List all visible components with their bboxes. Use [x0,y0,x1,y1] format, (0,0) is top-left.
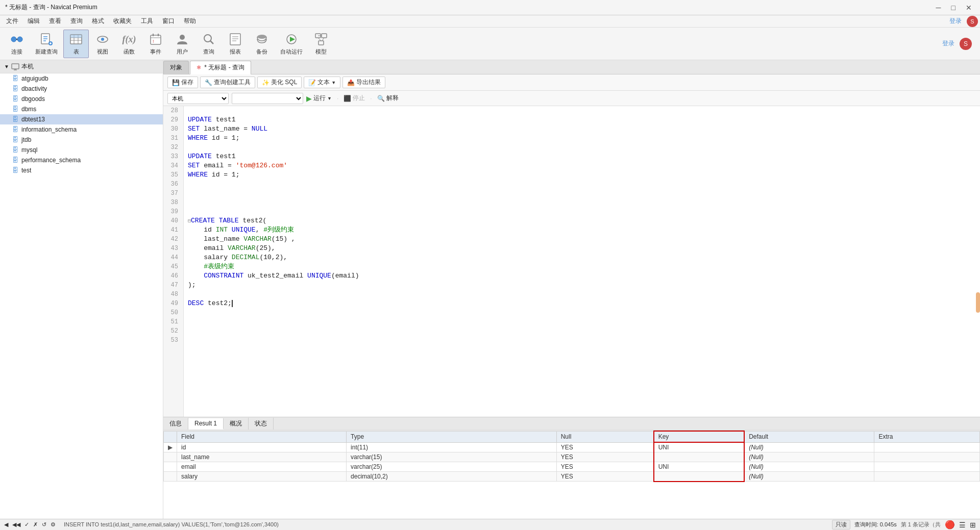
query-create-tool-button[interactable]: 🔧 查询创建工具 [200,77,255,88]
toolbar-view[interactable]: 视图 [90,30,115,58]
result-nav-settings[interactable]: ⚙ [51,521,56,528]
menu-format[interactable]: 格式 [88,16,108,27]
export-icon: 📤 [347,79,355,86]
menu-window[interactable]: 窗口 [158,16,179,27]
database-select[interactable] [232,93,303,104]
db-name: information_schema [21,126,77,133]
editor[interactable]: 28 29 30 31 32 33 34 35 36 37 38 39 40 4… [163,106,980,417]
db-name: dbgoods [21,95,45,103]
db-dbgoods[interactable]: 🗄 dbgoods [0,94,163,104]
backup-icon [254,32,270,47]
stop-button[interactable]: ⬛ 停止 [344,94,365,103]
toolbar-table[interactable]: 表 [63,30,89,58]
result-nav-refresh[interactable]: ↺ [42,521,46,528]
svg-point-0 [11,37,16,42]
model-icon [313,32,329,47]
cell-default: (Null) [744,452,874,462]
scrollbar-thumb[interactable] [976,292,980,313]
close-button[interactable]: ✕ [963,3,975,13]
toolbar-function[interactable]: f(x) 函数 [116,30,142,58]
menu-edit[interactable]: 编辑 [23,16,44,27]
db-name: dbms [21,106,36,113]
result-nav-check[interactable]: ✓ [24,521,29,528]
run-label: 运行 [313,94,326,103]
login-toolbar-label[interactable]: 登录 [942,39,954,48]
sidebar-root[interactable]: ▼ 本机 [0,60,163,73]
view-toggle-list[interactable]: ☰ [959,521,966,529]
tab-query[interactable]: ✱ * 无标题 - 查询 [190,61,251,74]
newquery-icon [38,32,55,47]
function-icon: f(x) [121,32,137,47]
menu-query[interactable]: 查询 [66,16,87,27]
menu-tools[interactable]: 工具 [137,16,157,27]
db-mysql[interactable]: 🗄 mysql [0,145,163,155]
code-line-33: UPDATE test1 [188,152,976,161]
run-dropdown-icon: ▼ [327,96,332,101]
export-results-button[interactable]: 📤 导出结果 [342,77,385,88]
col-null[interactable]: Null [556,431,653,442]
result-nav-prev[interactable]: ◀ [4,521,8,528]
maximize-button[interactable]: □ [948,3,959,13]
minimize-button[interactable]: ─ [933,3,944,13]
toolbar: 连接 新建查询 表 视图 f(x) 函数 ! 事件 用户 [0,28,980,60]
row-indicator [164,472,177,482]
cell-type: decimal(10,2) [347,472,557,482]
beautify-sql-button[interactable]: ✨ 美化 SQL [257,77,302,88]
view-toggle-grid[interactable]: ⊞ [970,521,976,529]
db-dbtest13[interactable]: 🗄 dbtest13 [0,114,163,124]
tab-object[interactable]: 对象 [163,61,189,74]
tab-info[interactable]: 信息 [163,418,188,430]
status-right: 只读 查询时间: 0.045s 第 1 条记录（共 🔴 ☰ ⊞ [832,520,976,529]
db-dbms[interactable]: 🗄 dbms [0,104,163,114]
code-line-49: DESC test2; [188,299,976,308]
text-button[interactable]: 📝 文本 ▼ [304,77,340,88]
dropdown-icon: ▼ [331,80,336,85]
result-nav-first[interactable]: ◀◀ [12,521,20,528]
menu-file[interactable]: 文件 [2,16,22,27]
db-dbactivity[interactable]: 🗄 dbactivity [0,84,163,94]
tab-result1[interactable]: Result 1 [188,418,224,430]
run-button[interactable]: ▶ 运行 ▼ [306,94,332,103]
cell-extra [874,462,980,472]
db-performance-schema[interactable]: 🗄 performance_schema [0,155,163,165]
db-icon: 🗄 [12,126,18,133]
db-icon: 🗄 [12,116,18,123]
result-nav-cancel[interactable]: ✗ [33,521,38,528]
export-results-label: 导出结果 [356,78,381,87]
toolbar-event[interactable]: ! 事件 [143,30,168,58]
db-jtdb[interactable]: 🗄 jtdb [0,135,163,145]
cell-type: varchar(25) [347,462,557,472]
cell-null: YES [556,472,653,482]
col-default[interactable]: Default [744,431,874,442]
toolbar-report[interactable]: 报表 [223,30,248,58]
login-button[interactable]: 登录 [945,16,966,27]
run-toolbar: 本机 ▶ 运行 ▼ · ⬛ 停止 · 🔍 解释 [163,91,980,106]
toolbar-newquery[interactable]: 新建查询 [31,30,62,58]
menu-favorites[interactable]: 收藏夹 [109,16,136,27]
query-time: 查询时间: 0.045s [854,521,897,528]
tab-status[interactable]: 状态 [249,418,274,430]
toolbar-model[interactable]: 模型 [308,30,334,58]
code-line-36 [188,180,976,189]
col-extra[interactable]: Extra [874,431,980,442]
db-information-schema[interactable]: 🗄 information_schema [0,124,163,135]
code-area[interactable]: UPDATE test1 SET last_name = NULL WHERE … [184,106,980,417]
menu-view[interactable]: 查看 [45,16,65,27]
toolbar-autorun[interactable]: 自动运行 [276,30,307,58]
result-panel: 信息 Result 1 概况 状态 Field [163,417,980,519]
db-name: dbtest13 [21,116,45,123]
toolbar-user[interactable]: 用户 [169,30,195,58]
tab-overview[interactable]: 概况 [224,418,249,430]
save-button[interactable]: 💾 保存 [167,77,198,88]
toolbar-connect[interactable]: 连接 [4,30,30,58]
db-atguigudb[interactable]: 🗄 atguigudb [0,73,163,84]
explain-button[interactable]: 🔍 解释 [377,94,399,103]
menu-help[interactable]: 帮助 [180,16,200,27]
col-type[interactable]: Type [347,431,557,442]
col-field[interactable]: Field [177,431,347,442]
col-key[interactable]: Key [654,431,745,442]
toolbar-backup[interactable]: 备份 [249,30,275,58]
db-test[interactable]: 🗄 test [0,165,163,175]
toolbar-query[interactable]: 查询 [196,30,222,58]
connection-select[interactable]: 本机 [167,93,229,104]
